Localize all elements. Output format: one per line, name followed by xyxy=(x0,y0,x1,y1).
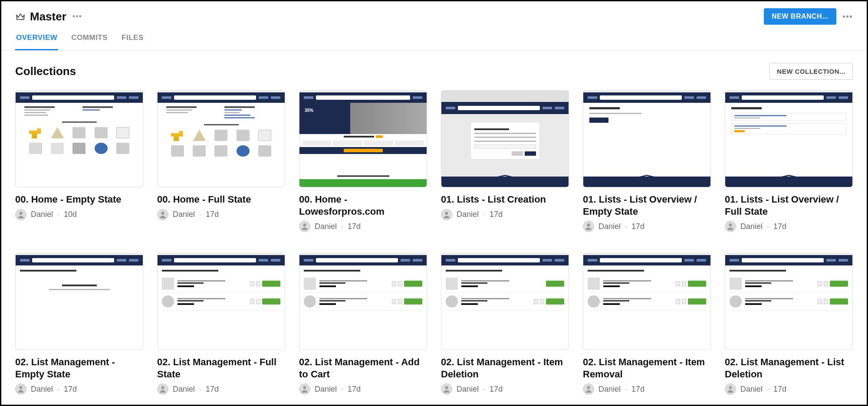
collection-author: Daniel xyxy=(457,210,479,219)
collection-thumbnail xyxy=(15,90,143,187)
branch-title: Master xyxy=(30,10,66,23)
separator-dot: · xyxy=(767,385,769,394)
collection-author: Daniel xyxy=(173,385,195,394)
collection-age: 17d xyxy=(773,385,786,394)
collection-meta: Daniel · 17d xyxy=(157,209,285,220)
collection-meta: Daniel · 17d xyxy=(725,383,853,395)
collection-author: Daniel xyxy=(598,222,621,231)
collection-thumbnail xyxy=(15,253,143,350)
collection-meta: Daniel · 17d xyxy=(441,209,569,220)
crown-icon xyxy=(15,11,26,22)
svg-point-10 xyxy=(587,386,590,389)
collection-age: 17d xyxy=(64,385,77,394)
separator-dot: · xyxy=(625,222,627,231)
separator-dot: · xyxy=(483,385,485,394)
collection-title: 02. List Management - List Deletion xyxy=(725,356,853,380)
collection-age: 17d xyxy=(206,385,219,394)
collection-age: 17d xyxy=(631,222,644,231)
svg-point-8 xyxy=(303,386,306,389)
collection-title: 01. Lists - List Overview / Full State xyxy=(725,193,853,217)
separator-dot: · xyxy=(341,385,343,394)
avatar xyxy=(725,221,736,232)
separator-dot: · xyxy=(341,222,343,231)
separator-dot: · xyxy=(767,222,769,231)
collection-author: Daniel xyxy=(315,385,337,394)
new-branch-button[interactable]: NEW BRANCH... xyxy=(764,8,836,25)
separator-dot: · xyxy=(57,210,59,219)
collection-age: 17d xyxy=(773,222,786,231)
collection-author: Daniel xyxy=(740,222,763,231)
collection-age: 17d xyxy=(490,210,503,219)
page-more-icon[interactable]: ••• xyxy=(842,12,853,22)
collection-meta: Daniel · 17d xyxy=(583,383,711,395)
avatar xyxy=(441,209,452,220)
separator-dot: · xyxy=(483,210,485,219)
collection-title: 00. Home - Empty State xyxy=(15,193,143,206)
collection-meta: Daniel · 17d xyxy=(157,383,285,395)
svg-point-11 xyxy=(729,386,732,389)
collection-thumbnail: 35% xyxy=(299,90,427,187)
collection-author: Daniel xyxy=(31,385,53,394)
collection-card[interactable]: 02. List Management - Empty State Daniel… xyxy=(15,253,143,395)
collection-card[interactable]: 02. List Management - Item Deletion Dani… xyxy=(441,253,569,395)
collection-thumbnail xyxy=(157,253,285,350)
collection-meta: Daniel · 17d xyxy=(441,383,569,395)
collection-card[interactable]: 02. List Management - Full State Daniel … xyxy=(157,253,285,395)
avatar xyxy=(725,383,736,395)
avatar xyxy=(299,383,310,395)
collection-author: Daniel xyxy=(740,385,763,394)
collections-grid: 00. Home - Empty State Daniel · 10d xyxy=(1,82,867,403)
collection-card[interactable]: 00. Home - Full State Daniel · 17d xyxy=(157,90,285,232)
avatar xyxy=(15,209,26,220)
svg-point-1 xyxy=(161,212,164,215)
avatar xyxy=(157,383,168,395)
collection-card[interactable]: 02. List Management - Item Removal Danie… xyxy=(583,253,711,395)
page-header: Master ••• NEW BRANCH... ••• xyxy=(1,1,867,28)
collection-meta: Daniel · 17d xyxy=(15,383,143,395)
tab-files[interactable]: FILES xyxy=(121,33,145,50)
branch-more-icon[interactable]: ••• xyxy=(72,12,82,21)
avatar xyxy=(299,221,310,232)
separator-dot: · xyxy=(199,385,201,394)
tabs: OVERVIEW COMMITS FILES xyxy=(1,28,867,51)
collection-title: 00. Home - Lowesforpros.com xyxy=(299,193,427,217)
collection-age: 17d xyxy=(490,385,503,394)
separator-dot: · xyxy=(199,210,201,219)
collection-thumbnail xyxy=(583,90,711,187)
new-collection-button[interactable]: NEW COLLECTION... xyxy=(769,63,853,80)
collection-title: 02. List Management - Empty State xyxy=(15,356,143,380)
collection-author: Daniel xyxy=(457,385,479,394)
collection-card[interactable]: 02. List Management - List Deletion Dani… xyxy=(725,253,853,395)
collection-card[interactable]: 00. Home - Empty State Daniel · 10d xyxy=(15,90,143,232)
avatar xyxy=(15,383,26,395)
collection-meta: Daniel · 17d xyxy=(299,221,427,232)
collection-meta: Daniel · 17d xyxy=(299,383,427,395)
section-header: Collections NEW COLLECTION... xyxy=(1,51,867,82)
collection-age: 17d xyxy=(348,222,361,231)
collection-title: 02. List Management - Item Removal xyxy=(583,356,711,380)
collection-meta: Daniel · 10d xyxy=(15,209,143,220)
collection-thumbnail xyxy=(441,90,569,187)
collection-thumbnail xyxy=(725,253,853,350)
collection-thumbnail xyxy=(441,253,569,350)
section-title: Collections xyxy=(15,65,76,78)
collection-card[interactable]: 02. List Management - Add to Cart Daniel… xyxy=(299,253,427,395)
collection-author: Daniel xyxy=(315,222,337,231)
collection-card[interactable]: 01. Lists - List Creation Daniel · 17d xyxy=(441,90,569,232)
separator-dot: · xyxy=(625,385,627,394)
collection-thumbnail xyxy=(299,253,427,350)
collection-card[interactable]: 01. Lists - List Overview / Empty State … xyxy=(583,90,711,232)
collection-card[interactable]: 35% 00. Home - Lowesforpros.com Daniel ·… xyxy=(299,90,427,232)
tab-overview[interactable]: OVERVIEW xyxy=(15,33,58,50)
collection-card[interactable]: 01. Lists - List Overview / Full State D… xyxy=(725,90,853,232)
collection-title: 02. List Management - Item Deletion xyxy=(441,356,569,380)
tab-commits[interactable]: COMMITS xyxy=(70,33,108,50)
svg-point-0 xyxy=(20,212,23,215)
collection-meta: Daniel · 17d xyxy=(583,221,711,232)
collection-title: 01. Lists - List Creation xyxy=(441,193,569,206)
collection-thumbnail xyxy=(725,90,853,187)
collection-age: 17d xyxy=(206,210,219,219)
separator-dot: · xyxy=(57,385,59,394)
svg-point-2 xyxy=(303,223,306,226)
collection-title: 00. Home - Full State xyxy=(157,193,285,206)
